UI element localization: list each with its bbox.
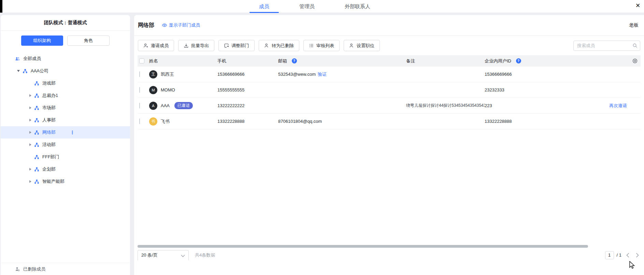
total-count: 共4条数据 bbox=[195, 252, 215, 258]
eye-icon bbox=[162, 23, 167, 28]
row-checkbox[interactable] bbox=[139, 103, 140, 108]
sidebar-item-label: 游戏部 bbox=[42, 80, 56, 86]
adjust-department-button[interactable]: 调整部门 bbox=[218, 40, 255, 51]
row-checkbox[interactable] bbox=[139, 87, 140, 93]
member-remark: 绕弯儿翁探讨探讨44探讨534534543543543 bbox=[406, 103, 485, 108]
member-row[interactable]: 王 凯西王 15366669666 532543@wew.com验证 15366… bbox=[138, 67, 641, 82]
department-icon bbox=[34, 81, 39, 86]
horizontal-scrollbar[interactable] bbox=[138, 245, 588, 248]
sidebar-item-label: 总裁办1 bbox=[42, 92, 58, 99]
sidebar-item-deleted-members[interactable]: 已删除成员 bbox=[1, 263, 130, 275]
show-sub-dept-toggle[interactable]: 显示子部门成员 bbox=[162, 22, 200, 28]
table-header-row: 姓名 手机 邮箱 ? 备注 企业内用户ID ? bbox=[138, 55, 641, 67]
tab-admins[interactable]: 管理员 bbox=[295, 0, 319, 13]
batch-export-label: 批量导出 bbox=[191, 43, 209, 49]
current-page-input[interactable]: 1 bbox=[605, 251, 614, 259]
move-to-deleted-label: 转为已删除 bbox=[272, 43, 294, 49]
panel-header: 网络部 显示子部门成员 老板 bbox=[134, 15, 644, 36]
column-email: 邮箱 bbox=[278, 58, 287, 64]
move-to-deleted-button[interactable]: 转为已删除 bbox=[259, 40, 299, 51]
verify-link[interactable]: 验证 bbox=[318, 72, 327, 77]
select-all-checkbox[interactable] bbox=[139, 58, 144, 63]
page-total: / 1 bbox=[617, 252, 621, 258]
member-phone: 15555555555 bbox=[217, 87, 278, 92]
set-position-button[interactable]: 设置职位 bbox=[344, 40, 380, 51]
sidebar-item-game-dept[interactable]: 游戏部 bbox=[1, 77, 130, 89]
member-row[interactable]: 书 飞书 13322228888 8706101804@qq.com 13322… bbox=[138, 114, 641, 129]
more-menu-icon[interactable]: ⋮ bbox=[70, 130, 75, 135]
column-remark: 备注 bbox=[406, 58, 485, 64]
page-size-select[interactable]: 20 条/页 bbox=[138, 250, 189, 260]
sidebar-item-label: 人事部 bbox=[42, 117, 56, 123]
avatar: M bbox=[149, 86, 157, 94]
sidebar-item-hr-dept[interactable]: 人事部 bbox=[1, 114, 130, 126]
batch-export-button[interactable]: 批量导出 bbox=[178, 40, 214, 51]
role-button[interactable]: 角色 bbox=[67, 35, 110, 46]
top-tab-bar: 成员 管理员 外部联系人 ✕ bbox=[0, 0, 644, 13]
user-id-help-icon[interactable]: ? bbox=[516, 58, 521, 63]
sidebar-item-label: FFF部门 bbox=[42, 154, 59, 160]
expand-icon[interactable] bbox=[29, 168, 31, 171]
sidebar-segment: 组织架构 角色 bbox=[1, 31, 130, 49]
person-add-icon bbox=[143, 43, 148, 48]
sidebar-item-market-dept[interactable]: 市场部 bbox=[1, 102, 130, 114]
people-group-icon bbox=[15, 56, 20, 61]
sidebar: 团队模式：普通模式 组织架构 角色 全部成员 AAA公司 游戏部 bbox=[1, 15, 130, 275]
next-page-button[interactable] bbox=[634, 251, 641, 259]
sidebar-item-fff-dept[interactable]: FFF部门 bbox=[1, 151, 130, 163]
team-mode-title: 团队模式：普通模式 bbox=[1, 15, 130, 31]
member-user-id: 13322228888 bbox=[485, 119, 563, 124]
expand-icon[interactable] bbox=[29, 131, 31, 134]
review-list-button[interactable]: 审核列表 bbox=[303, 40, 340, 51]
row-checkbox[interactable] bbox=[139, 118, 140, 124]
expand-icon[interactable] bbox=[29, 143, 31, 146]
department-icon bbox=[34, 93, 39, 98]
sidebar-item-aaa-company[interactable]: AAA公司 bbox=[1, 65, 130, 77]
review-list-label: 审核列表 bbox=[316, 43, 334, 49]
sidebar-item-all-members[interactable]: 全部成员 bbox=[1, 53, 130, 65]
member-name: 凯西王 bbox=[161, 71, 174, 77]
reinvite-link[interactable]: 再次邀请 bbox=[609, 103, 627, 108]
page-size-value: 20 条/页 bbox=[141, 252, 158, 258]
member-name: MOMO bbox=[161, 87, 175, 92]
sidebar-item-label: 企划部 bbox=[42, 166, 56, 172]
invited-badge: 已邀请 bbox=[174, 102, 193, 109]
sidebar-item-smart-capacity-dept[interactable]: 智能产能部 bbox=[1, 175, 130, 188]
collapse-icon[interactable] bbox=[17, 70, 20, 72]
avatar: 王 bbox=[149, 70, 157, 78]
tab-external-contacts[interactable]: 外部联系人 bbox=[340, 0, 375, 13]
tab-members[interactable]: 成员 bbox=[254, 0, 274, 13]
sidebar-item-planning-dept[interactable]: 企划部 bbox=[1, 163, 130, 175]
prev-page-button[interactable] bbox=[624, 251, 631, 259]
sidebar-item-network-dept[interactable]: 网络部 ⋮ bbox=[1, 126, 130, 139]
sidebar-item-label: 智能产能部 bbox=[42, 178, 65, 185]
sidebar-item-activity-dept[interactable]: 活动部 bbox=[1, 139, 130, 151]
expand-icon[interactable] bbox=[29, 119, 31, 121]
member-row[interactable]: M MOMO 15555555555 23232333 bbox=[138, 82, 641, 98]
email-help-icon[interactable]: ? bbox=[292, 58, 297, 63]
search-input[interactable] bbox=[573, 41, 640, 51]
pager: 1 / 1 bbox=[605, 251, 641, 259]
member-name: 飞书 bbox=[161, 118, 170, 125]
member-user-id: 15366669666 bbox=[485, 72, 563, 77]
chevron-right-icon bbox=[636, 253, 639, 258]
expand-icon[interactable] bbox=[29, 94, 31, 97]
close-icon[interactable]: ✕ bbox=[634, 1, 642, 10]
department-icon bbox=[34, 167, 39, 172]
download-icon bbox=[184, 43, 189, 48]
member-row[interactable]: A AAA 已邀请 13222222222 绕弯儿翁探讨探讨44探讨534534… bbox=[138, 98, 641, 114]
member-email: 8706101804@qq.com bbox=[278, 119, 406, 124]
expand-icon[interactable] bbox=[29, 106, 31, 109]
column-settings-icon[interactable] bbox=[632, 58, 638, 64]
department-icon bbox=[34, 130, 39, 135]
avatar: 书 bbox=[149, 117, 157, 126]
department-icon bbox=[34, 142, 39, 147]
search-icon[interactable] bbox=[632, 43, 638, 48]
expand-icon[interactable] bbox=[29, 180, 31, 183]
member-panel: 网络部 显示子部门成员 老板 邀请成员 批量导出 调整部门 转为已删除 bbox=[134, 15, 644, 275]
invite-member-button[interactable]: 邀请成员 bbox=[138, 40, 174, 51]
org-structure-button[interactable]: 组织架构 bbox=[21, 35, 63, 46]
department-icon bbox=[34, 179, 39, 184]
row-checkbox[interactable] bbox=[139, 71, 140, 77]
sidebar-item-ceo-office[interactable]: 总裁办1 bbox=[1, 89, 130, 102]
